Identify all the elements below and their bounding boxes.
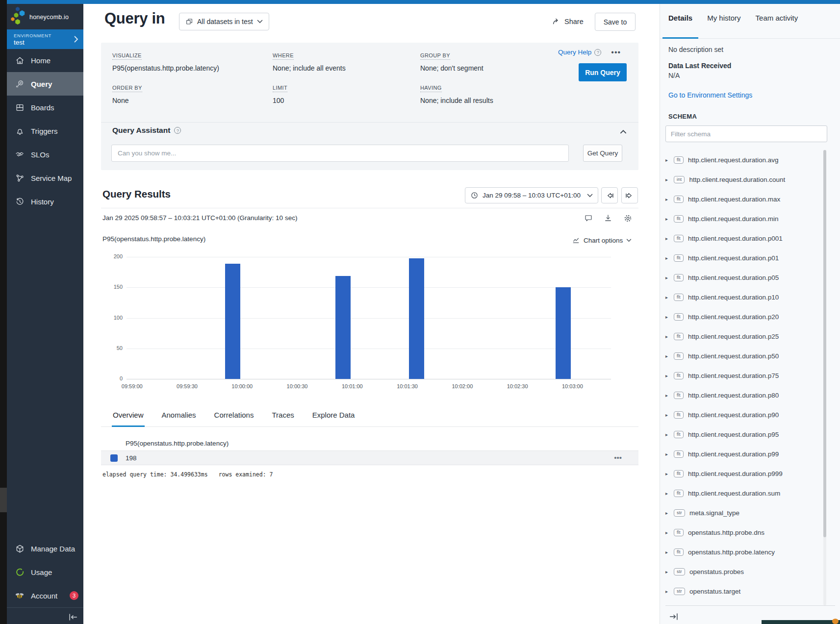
gear-icon[interactable] xyxy=(623,213,633,223)
builder-field-where[interactable]: WHERENone; include all events xyxy=(273,50,420,72)
expand-caret-icon[interactable]: ▸ xyxy=(665,353,669,359)
schema-scrollbar[interactable] xyxy=(823,150,826,605)
chart-plot-area[interactable] xyxy=(127,257,611,379)
chevron-up-icon[interactable] xyxy=(620,127,627,136)
schema-row-http-client-request-duration-p99[interactable]: ▸flthttp.client.request.duration.p99 xyxy=(665,444,822,464)
sidebar-item-account[interactable]: Account3 xyxy=(7,584,83,607)
logo[interactable]: honeycomb.io xyxy=(7,4,83,29)
builder-field-value[interactable]: None; include all events xyxy=(273,64,420,72)
builder-field-value[interactable]: None; include all results xyxy=(420,97,582,104)
sidebar-collapse-button[interactable] xyxy=(67,611,79,624)
panel-collapse-button[interactable] xyxy=(667,610,681,624)
panel-tab-details[interactable]: Details xyxy=(668,14,692,28)
schema-filter-input[interactable] xyxy=(665,125,827,142)
comment-icon[interactable] xyxy=(584,213,593,223)
expand-caret-icon[interactable]: ▸ xyxy=(665,255,669,261)
expand-caret-icon[interactable]: ▸ xyxy=(665,451,669,457)
schema-row-http-client-request-duration-avg[interactable]: ▸flthttp.client.request.duration.avg xyxy=(665,150,822,170)
expand-caret-icon[interactable]: ▸ xyxy=(665,216,669,222)
schema-row-http-client-request-duration-p75[interactable]: ▸flthttp.client.request.duration.p75 xyxy=(665,366,822,385)
sidebar-item-boards[interactable]: Boards xyxy=(7,96,83,119)
next-time-window-button[interactable] xyxy=(621,187,638,203)
environment-switcher[interactable]: ENVIRONMENT test xyxy=(7,29,83,49)
expand-caret-icon[interactable]: ▸ xyxy=(665,471,669,476)
schema-row-http-client-request-duration-sum[interactable]: ▸flthttp.client.request.duration.sum xyxy=(665,483,822,503)
schema-row-http-client-request-duration-p50[interactable]: ▸flthttp.client.request.duration.p50 xyxy=(665,346,822,366)
builder-field-label[interactable]: LIMIT xyxy=(273,85,287,92)
expand-caret-icon[interactable]: ▸ xyxy=(665,432,669,437)
builder-field-label[interactable]: HAVING xyxy=(420,85,442,92)
tab-explore-data[interactable]: Explore Data xyxy=(311,405,356,427)
dataset-selector-button[interactable]: All datasets in test xyxy=(179,13,269,30)
sidebar-item-triggers[interactable]: Triggers xyxy=(7,119,83,143)
run-query-button[interactable]: Run Query xyxy=(579,63,627,81)
expand-caret-icon[interactable]: ▸ xyxy=(665,197,669,202)
sidebar-item-service-map[interactable]: Service Map xyxy=(7,166,83,190)
previous-time-window-button[interactable] xyxy=(601,187,618,203)
panel-tab-my-history[interactable]: My history xyxy=(707,14,740,28)
schema-row-openstatus-http-probe-latency[interactable]: ▸fltopenstatus.http.probe.latency xyxy=(665,542,822,562)
schema-row-http-client-request-duration-p999[interactable]: ▸flthttp.client.request.duration.p999 xyxy=(665,464,822,483)
builder-field-order-by[interactable]: ORDER BYNone xyxy=(112,83,273,104)
scrollbar-thumb[interactable] xyxy=(823,150,826,537)
expand-caret-icon[interactable]: ▸ xyxy=(665,295,669,300)
row-more-options-icon[interactable]: ••• xyxy=(614,456,622,460)
expand-caret-icon[interactable]: ▸ xyxy=(665,177,669,182)
chart-bar[interactable] xyxy=(556,287,571,379)
sidebar-item-usage[interactable]: Usage xyxy=(7,560,83,584)
expand-caret-icon[interactable]: ▸ xyxy=(665,530,669,535)
schema-row-http-client-request-duration-p25[interactable]: ▸flthttp.client.request.duration.p25 xyxy=(665,326,822,346)
expand-caret-icon[interactable]: ▸ xyxy=(665,373,669,378)
expand-caret-icon[interactable]: ▸ xyxy=(665,549,669,555)
builder-field-value[interactable]: None xyxy=(112,97,273,104)
schema-row-http-client-request-duration-p95[interactable]: ▸flthttp.client.request.duration.p95 xyxy=(665,424,822,444)
schema-row-http-client-request-duration-min[interactable]: ▸flthttp.client.request.duration.min xyxy=(665,209,822,228)
tab-anomalies[interactable]: Anomalies xyxy=(161,405,197,427)
time-range-button[interactable]: Jan 29 09:58 – 10:03 UTC+01:00 xyxy=(465,187,598,203)
schema-row-openstatus-probes[interactable]: ▸stropenstatus.probes xyxy=(665,562,822,581)
expand-caret-icon[interactable]: ▸ xyxy=(665,510,669,516)
expand-caret-icon[interactable]: ▸ xyxy=(665,412,669,418)
summary-table-row[interactable]: 198 ••• xyxy=(101,450,638,465)
help-icon[interactable]: ? xyxy=(594,49,601,56)
sidebar-item-home[interactable]: Home xyxy=(7,49,83,72)
sidebar-item-manage-data[interactable]: Manage Data xyxy=(7,537,83,560)
builder-field-value[interactable]: None; don't segment xyxy=(420,64,582,72)
chart-bar[interactable] xyxy=(225,264,240,379)
schema-row-http-client-request-duration-p001[interactable]: ▸flthttp.client.request.duration.p001 xyxy=(665,228,822,248)
schema-row-http-client-request-duration-p20[interactable]: ▸flthttp.client.request.duration.p20 xyxy=(665,307,822,326)
builder-field-label[interactable]: GROUP BY xyxy=(420,52,450,60)
chart-bar[interactable] xyxy=(335,276,351,379)
schema-row-openstatus-target[interactable]: ▸stropenstatus.target xyxy=(665,581,822,601)
tab-traces[interactable]: Traces xyxy=(271,405,295,427)
builder-field-limit[interactable]: LIMIT100 xyxy=(273,83,420,104)
chart-options-button[interactable]: Chart options xyxy=(572,236,632,245)
builder-field-value[interactable]: P95(openstatus.http.probe.latency) xyxy=(112,64,273,72)
get-query-button[interactable]: Get Query xyxy=(583,145,622,162)
builder-field-label[interactable]: WHERE xyxy=(273,52,294,60)
expand-caret-icon[interactable]: ▸ xyxy=(665,275,669,280)
schema-row-http-client-request-duration-p90[interactable]: ▸flthttp.client.request.duration.p90 xyxy=(665,405,822,424)
schema-row-meta-signal-type[interactable]: ▸strmeta.signal_type xyxy=(665,503,822,523)
latency-bar-chart[interactable]: 05010015020009:59:0009:59:3010:00:0010:0… xyxy=(101,253,614,400)
expand-caret-icon[interactable]: ▸ xyxy=(665,236,669,241)
sidebar-item-slos[interactable]: SLOs xyxy=(7,143,83,166)
sidebar-item-query[interactable]: Query xyxy=(7,72,83,96)
assistant-help-icon[interactable]: ? xyxy=(174,127,181,134)
download-icon[interactable] xyxy=(603,213,613,223)
schema-row-http-client-request-duration-p10[interactable]: ▸flthttp.client.request.duration.p10 xyxy=(665,287,822,307)
schema-row-http-client-request-duration-p01[interactable]: ▸flthttp.client.request.duration.p01 xyxy=(665,248,822,268)
share-button[interactable]: Share xyxy=(552,17,584,26)
expand-caret-icon[interactable]: ▸ xyxy=(665,589,669,594)
panel-tab-team-activity[interactable]: Team activity xyxy=(756,14,798,28)
expand-caret-icon[interactable]: ▸ xyxy=(665,491,669,496)
sidebar-item-history[interactable]: History xyxy=(7,190,83,213)
expand-caret-icon[interactable]: ▸ xyxy=(665,157,669,163)
query-help-link[interactable]: Query Help xyxy=(558,49,591,56)
builder-field-having[interactable]: HAVINGNone; include all results xyxy=(420,83,582,104)
save-to-button[interactable]: Save to xyxy=(595,13,636,31)
expand-caret-icon[interactable]: ▸ xyxy=(665,314,669,320)
builder-field-label[interactable]: ORDER BY xyxy=(112,85,142,92)
chart-bar[interactable] xyxy=(409,258,424,379)
assistant-prompt-input[interactable] xyxy=(111,145,569,162)
